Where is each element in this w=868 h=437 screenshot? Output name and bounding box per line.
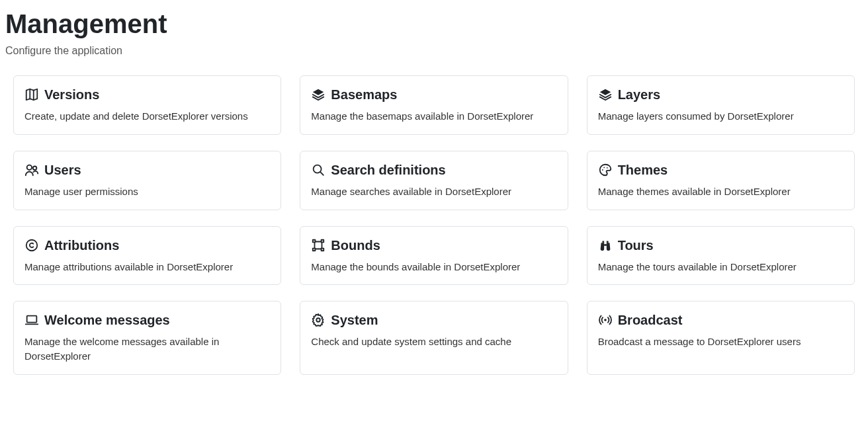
broadcast-icon [598, 313, 613, 327]
card-welcome-messages[interactable]: Welcome messagesManage the welcome messa… [13, 301, 281, 375]
card-title: Themes [618, 162, 668, 178]
card-basemaps[interactable]: BasemapsManage the basemaps available in… [300, 75, 568, 135]
card-description: Broadcast a message to DorsetExplorer us… [598, 335, 844, 349]
card-attributions[interactable]: AttributionsManage attributions availabl… [13, 226, 281, 286]
card-layers[interactable]: LayersManage layers consumed by DorsetEx… [587, 75, 855, 135]
card-description: Manage the basemaps available in DorsetE… [311, 109, 556, 124]
page-title: Management [5, 8, 863, 40]
card-broadcast[interactable]: BroadcastBroadcast a message to DorsetEx… [587, 301, 855, 375]
palette-icon [598, 163, 613, 177]
card-title: Basemaps [331, 87, 397, 102]
card-title: Search definitions [331, 162, 445, 178]
card-description: Create, update and delete DorsetExplorer… [24, 109, 270, 124]
layers-icon [311, 87, 326, 102]
card-title: Attributions [44, 237, 119, 253]
cards-grid: VersionsCreate, update and delete Dorset… [5, 75, 863, 375]
card-title: Versions [44, 87, 99, 102]
card-users[interactable]: UsersManage user permissions [13, 151, 281, 210]
card-title: Broadcast [618, 312, 683, 328]
card-description: Manage themes available in DorsetExplore… [598, 184, 844, 199]
card-themes[interactable]: ThemesManage themes available in DorsetE… [587, 151, 855, 210]
users-icon [24, 163, 39, 177]
card-bounds[interactable]: BoundsManage the bounds available in Dor… [300, 226, 568, 286]
search-icon [311, 163, 326, 177]
card-title: Tours [618, 237, 654, 253]
card-description: Manage the welcome messages available in… [24, 335, 270, 364]
card-description: Manage attributions available in DorsetE… [24, 260, 270, 274]
card-description: Manage user permissions [24, 184, 270, 199]
card-title: Users [44, 162, 81, 178]
card-versions[interactable]: VersionsCreate, update and delete Dorset… [13, 75, 281, 135]
layers-icon [598, 87, 613, 102]
map-icon [24, 87, 39, 102]
card-description: Manage searches available in DorsetExplo… [311, 184, 556, 199]
card-description: Manage layers consumed by DorsetExplorer [598, 109, 844, 124]
card-system[interactable]: SystemCheck and update system settings a… [300, 301, 568, 375]
card-title: Layers [618, 87, 661, 102]
gear-icon [311, 313, 326, 327]
card-tours[interactable]: ToursManage the tours available in Dorse… [587, 226, 855, 286]
card-title: System [331, 312, 378, 328]
page-subtitle: Configure the application [5, 45, 863, 57]
card-title: Welcome messages [44, 312, 170, 328]
laptop-icon [24, 313, 39, 327]
binoculars-icon [598, 238, 613, 253]
card-description: Check and update system settings and cac… [311, 335, 556, 349]
card-description: Manage the tours available in DorsetExpl… [598, 260, 844, 274]
card-search-definitions[interactable]: Search definitionsManage searches availa… [300, 151, 568, 210]
copyright-icon [24, 238, 39, 253]
card-title: Bounds [331, 237, 380, 253]
bounds-icon [311, 238, 326, 253]
card-description: Manage the bounds available in DorsetExp… [311, 260, 556, 274]
